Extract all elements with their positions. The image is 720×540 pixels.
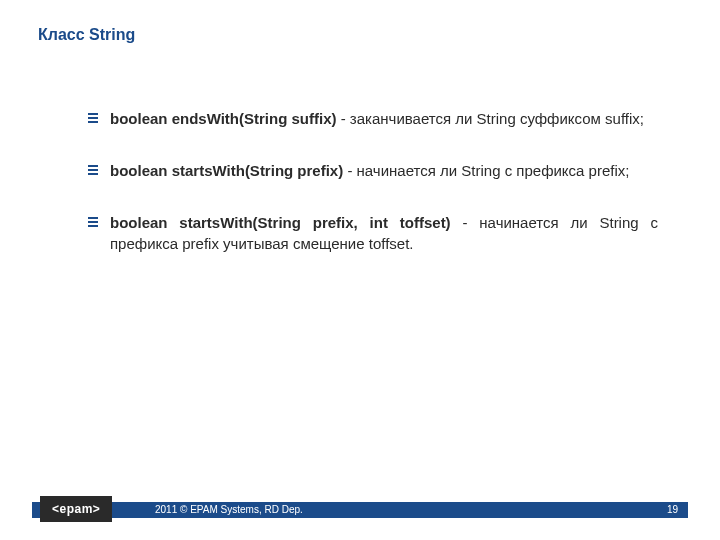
svg-rect-4 — [88, 169, 98, 171]
svg-rect-3 — [88, 165, 98, 167]
bullet-text: boolean startsWith(String prefix) - начи… — [110, 160, 658, 182]
method-description: - заканчивается ли String суффиксом suff… — [337, 110, 644, 127]
method-description: - начинается ли String с префикса prefix… — [343, 162, 629, 179]
footer-bar — [32, 502, 688, 518]
bullet-item: boolean startsWith(String prefix, int to… — [88, 212, 658, 256]
svg-rect-8 — [88, 225, 98, 227]
bullet-marker-icon — [88, 165, 98, 175]
svg-rect-2 — [88, 121, 98, 123]
slide-footer: <epam> 2011 © EPAM Systems, RD Dep. 19 — [0, 496, 720, 522]
method-signature: boolean endsWith(String suffix) — [110, 110, 337, 127]
epam-logo: <epam> — [40, 496, 112, 522]
method-signature: boolean startsWith(String prefix, int to… — [110, 214, 451, 231]
svg-rect-1 — [88, 117, 98, 119]
bullet-item: boolean startsWith(String prefix) - начи… — [88, 160, 658, 182]
svg-rect-7 — [88, 221, 98, 223]
svg-rect-0 — [88, 113, 98, 115]
svg-rect-6 — [88, 217, 98, 219]
slide-content: boolean endsWith(String suffix) - заканч… — [88, 108, 658, 285]
bullet-marker-icon — [88, 217, 98, 227]
bullet-item: boolean endsWith(String suffix) - заканч… — [88, 108, 658, 130]
slide-title: Класс String — [38, 26, 135, 44]
bullet-text: boolean endsWith(String suffix) - заканч… — [110, 108, 658, 130]
bullet-marker-icon — [88, 113, 98, 123]
page-number: 19 — [667, 504, 678, 515]
bullet-text: boolean startsWith(String prefix, int to… — [110, 212, 658, 256]
svg-rect-5 — [88, 173, 98, 175]
method-signature: boolean startsWith(String prefix) — [110, 162, 343, 179]
copyright-text: 2011 © EPAM Systems, RD Dep. — [155, 504, 303, 515]
slide: Класс String boolean endsWith(String suf… — [0, 0, 720, 540]
